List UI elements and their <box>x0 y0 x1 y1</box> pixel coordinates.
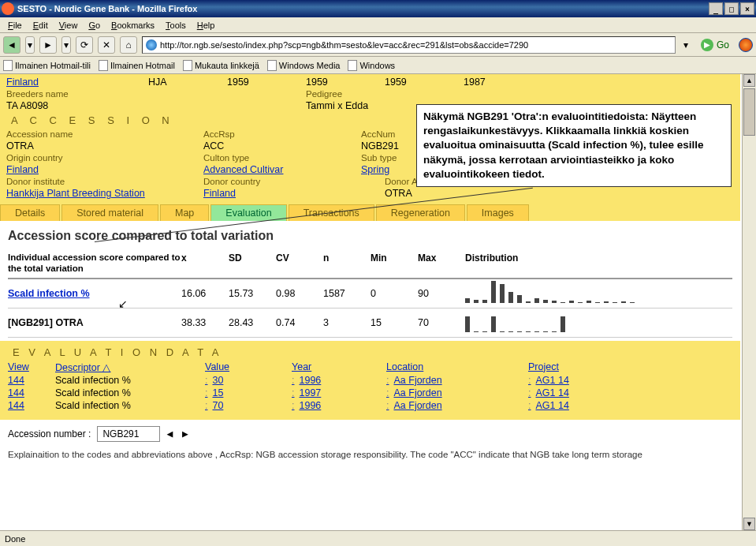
tab-evaluation[interactable]: Evaluation <box>210 204 286 221</box>
donor-country-value[interactable]: Finland <box>203 188 385 199</box>
bookmark-item[interactable]: Mukauta linkkejä <box>183 60 259 71</box>
tab-transactions[interactable]: Transactions <box>289 204 374 221</box>
eval-cell[interactable]: 144 <box>8 375 55 386</box>
scroll-down-button[interactable]: ▼ <box>743 518 755 530</box>
accrsp-value: ACC <box>203 140 361 151</box>
vertical-scrollbar[interactable]: ▲ ▼ <box>742 74 756 530</box>
eval-col-year[interactable]: Year <box>292 361 386 373</box>
compare-cv: 0.98 <box>276 288 323 299</box>
bookmark-item[interactable]: Windows Media <box>267 60 341 71</box>
stop-button[interactable]: ✕ <box>98 36 115 54</box>
eval-cell[interactable]: :Aa Fjorden <box>386 387 528 398</box>
eval-cell[interactable]: :30 <box>205 375 292 386</box>
compare-x: 38.33 <box>181 317 229 328</box>
eval-cell[interactable]: :AG1 14 <box>528 387 623 398</box>
origin-value[interactable]: Finland <box>6 164 203 175</box>
compare-min: 0 <box>371 288 418 299</box>
menu-view[interactable]: View <box>54 19 83 32</box>
url-bar[interactable]: http://tor.ngb.se/sesto/index.php?scp=ng… <box>142 36 676 54</box>
scroll-thumb[interactable] <box>743 88 755 136</box>
subtype-header: Sub type <box>361 153 397 163</box>
forward-button[interactable]: ► <box>39 36 57 54</box>
comparison-title: Accession score compared to total variat… <box>8 229 732 243</box>
eval-cell[interactable]: :Aa Fjorden <box>386 375 528 386</box>
code-value: HJA <box>148 77 227 88</box>
distribution-chart <box>465 284 732 303</box>
comparison-section: Accession score compared to total variat… <box>0 221 740 341</box>
restore-button[interactable]: □ <box>724 2 739 15</box>
reload-button[interactable]: ⟳ <box>76 36 93 54</box>
col-sd: SD <box>229 252 276 275</box>
compare-sd: 28.43 <box>229 317 276 328</box>
eval-cell: Scald infection % <box>55 387 205 398</box>
throbber-icon <box>739 38 753 52</box>
tab-regeneration[interactable]: Regeneration <box>376 204 465 221</box>
url-text: http://tor.ngb.se/sesto/index.php?scp=ng… <box>160 40 528 50</box>
bookmarks-toolbar: Ilmainen Hotmail-tili Ilmainen Hotmail M… <box>0 57 756 74</box>
status-text: Done <box>5 534 25 544</box>
forward-dropdown[interactable]: ▾ <box>61 36 71 54</box>
donor-inst-value[interactable]: Hankkija Plant Breeding Station <box>6 188 203 199</box>
menu-file[interactable]: File <box>3 19 27 32</box>
eval-cell[interactable]: :AG1 14 <box>528 375 623 386</box>
accname-value: OTRA <box>6 140 203 151</box>
menu-edit[interactable]: Edit <box>28 19 53 32</box>
accnum-value: NGB291 <box>361 140 399 151</box>
menu-help[interactable]: Help <box>192 19 220 32</box>
eval-col-location[interactable]: Location <box>386 361 528 373</box>
eval-col-view[interactable]: View <box>8 361 55 373</box>
back-button[interactable]: ◄ <box>3 36 20 54</box>
year-value: 1959 <box>385 77 464 88</box>
eval-cell[interactable]: :1997 <box>292 387 386 398</box>
eval-row: 144Scald infection %:30:1996:Aa Fjorden:… <box>8 374 732 387</box>
tab-map[interactable]: Map <box>160 204 209 221</box>
prev-next-buttons[interactable]: ◀ ▶ <box>166 428 189 439</box>
culton-value[interactable]: Advanced Cultivar <box>203 164 361 175</box>
bookmark-item[interactable]: Windows <box>348 60 395 71</box>
breeders-name-value: TA A8098 <box>6 100 148 111</box>
col-max: Max <box>418 252 465 275</box>
col-cv: CV <box>276 252 323 275</box>
bookmark-item[interactable]: Ilmainen Hotmail <box>99 60 175 71</box>
eval-cell: Scald infection % <box>55 375 205 386</box>
eval-cell[interactable]: :1996 <box>292 400 386 411</box>
eval-cell[interactable]: :1996 <box>292 375 386 386</box>
compare-n: 1587 <box>323 288 371 299</box>
accname-header: Accession name <box>6 129 203 139</box>
accnum-input[interactable] <box>97 426 160 442</box>
tab-images[interactable]: Images <box>467 204 529 221</box>
accrsp-header: AccRsp <box>203 129 361 139</box>
eval-col-value[interactable]: Value <box>205 361 292 373</box>
compare-max: 90 <box>418 288 465 299</box>
tab-details[interactable]: Details <box>0 204 60 221</box>
eval-cell[interactable]: :AG1 14 <box>528 400 623 411</box>
accnum-bar: Accession number : ◀ ▶ <box>0 420 740 448</box>
menu-bookmarks[interactable]: Bookmarks <box>106 19 159 32</box>
menu-tools[interactable]: Tools <box>161 19 191 32</box>
eval-cell[interactable]: :70 <box>205 400 292 411</box>
scroll-up-button[interactable]: ▲ <box>743 74 755 87</box>
minimize-button[interactable]: _ <box>709 2 723 15</box>
bookmark-item[interactable]: Ilmainen Hotmail-tili <box>3 60 91 71</box>
go-button[interactable]: ▶Go <box>696 39 734 51</box>
pedigree-value: Tammi x Edda <box>306 100 368 111</box>
url-dropdown[interactable]: ▾ <box>680 39 691 50</box>
culton-header: Culton type <box>203 153 361 163</box>
eval-cell[interactable]: 144 <box>8 387 55 398</box>
eval-cell[interactable]: :Aa Fjorden <box>386 400 528 411</box>
menu-go[interactable]: Go <box>84 19 105 32</box>
pedigree-header: Pedigree <box>306 89 342 99</box>
tab-stored-material[interactable]: Stored material <box>61 204 158 221</box>
eval-cell[interactable]: :15 <box>205 387 292 398</box>
link-finland[interactable]: Finland <box>6 77 148 88</box>
eval-cell[interactable]: 144 <box>8 400 55 411</box>
menu-bar: File Edit View Go Bookmarks Tools Help <box>0 17 756 33</box>
scald-infection-link[interactable]: Scald infection % <box>8 288 181 299</box>
page-icon <box>3 60 13 71</box>
back-dropdown[interactable]: ▾ <box>25 36 35 54</box>
eval-col-desc[interactable]: Descriptor △ <box>55 361 205 373</box>
close-button[interactable]: × <box>740 2 754 15</box>
subtype-value[interactable]: Spring <box>361 164 389 175</box>
eval-col-project[interactable]: Project <box>528 361 623 373</box>
home-button[interactable]: ⌂ <box>120 36 137 54</box>
